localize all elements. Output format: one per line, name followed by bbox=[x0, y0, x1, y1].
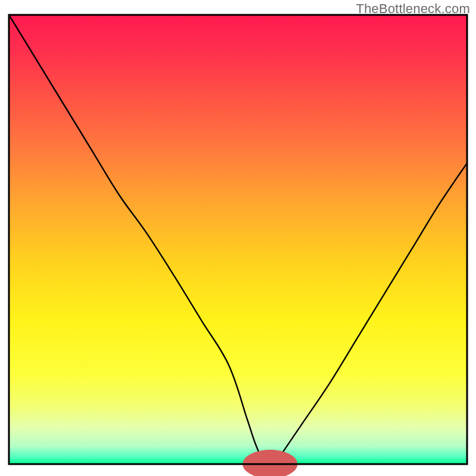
bottleneck-chart bbox=[0, 0, 476, 476]
watermark-text: TheBottleneck.com bbox=[356, 1, 470, 17]
chart-container: TheBottleneck.com bbox=[0, 0, 476, 476]
plot-background bbox=[9, 15, 467, 464]
